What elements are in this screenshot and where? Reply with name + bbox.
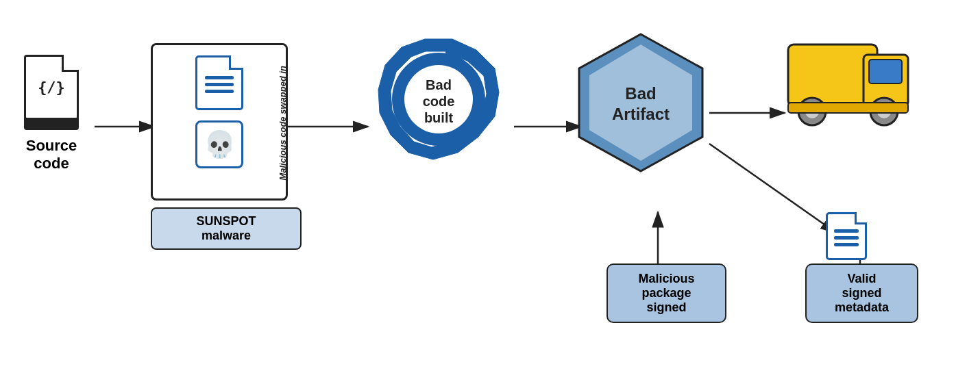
valid-metadata-label: Validsignedmetadata [835,272,889,314]
source-label: Sourcecode [14,137,89,173]
file-icon-text: {/} [38,79,65,96]
compilation-container: Bad code built [370,24,507,168]
svg-rect-26 [788,103,908,113]
sunspot-label: SUNSPOTmalware [151,207,302,250]
svg-text:code: code [423,94,455,109]
build-stage-box: 💀 [151,43,288,201]
doc-icon-top [195,55,243,110]
distribution-container [781,24,918,143]
valid-doc-icon [826,212,867,260]
malicious-package-box: Maliciouspackagesigned [607,263,726,323]
hexagon-wrapper: Bad Artifact [576,31,699,168]
file-icon: {/} [24,55,79,120]
source-code-block: {/} Sourcecode [14,55,89,173]
gear-icon: Bad code built [370,31,507,168]
svg-line-7 [709,144,836,233]
skull-icon: 💀 [195,120,243,168]
malicious-annotation: Malicious code swapped in [274,65,291,181]
svg-text:Bad: Bad [426,77,452,92]
malicious-package-label: Maliciouspackagesigned [638,272,694,314]
truck-icon [781,31,918,140]
svg-text:built: built [424,110,454,125]
diagram: {/} Sourcecode 💀 SUNSPOTmalware Maliciou… [0,0,980,373]
svg-text:Artifact: Artifact [612,105,670,123]
signing-container: Bad Artifact [576,24,699,168]
valid-metadata-box: Validsignedmetadata [805,263,918,323]
svg-text:Bad: Bad [625,84,656,103]
svg-rect-21 [869,60,902,83]
